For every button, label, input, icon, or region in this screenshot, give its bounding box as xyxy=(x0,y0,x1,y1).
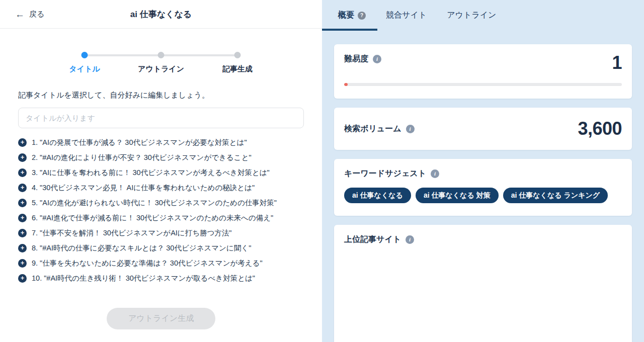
suggestion-text: 10. "#AI時代の生き残り術！ 30代ビジネスマンが取るべき対策とは" xyxy=(32,274,255,283)
title-suggestion-row[interactable]: + 10. "#AI時代の生き残り術！ 30代ビジネスマンが取るべき対策とは" xyxy=(18,271,304,286)
difficulty-bar-fill xyxy=(344,83,348,86)
step-dot-title xyxy=(82,52,88,58)
title-suggestion-row[interactable]: + 7. "仕事不安を解消！ 30代ビジネスマンがAIに打ち勝つ方法" xyxy=(18,225,304,240)
keyword-insight-panel: 概要 ? 競合サイト アウトライン 難易度 i 1 xyxy=(322,0,644,342)
title-suggestion-row[interactable]: + 4. "30代ビジネスマン必見！ AIに仕事を奪われないための秘訣とは" xyxy=(18,180,304,195)
tab-outline[interactable]: アウトライン xyxy=(447,10,496,21)
stepper-track xyxy=(46,52,276,59)
plus-circle-icon[interactable]: + xyxy=(18,153,27,162)
app-window: ← 戻る ai 仕事なくなる タイトル アウトライン 記事生成 記事タイトルを選… xyxy=(0,0,644,342)
keyword-suggest-card: キーワードサジェスト i ai 仕事なくなる ai 仕事なくなる 対策 ai 仕… xyxy=(334,159,632,216)
search-volume-card: 検索ボリューム i 3,600 xyxy=(334,108,632,150)
suggestion-text: 7. "仕事不安を解消！ 30代ビジネスマンがAIに打ち勝つ方法" xyxy=(32,228,232,238)
step-dot-outline xyxy=(158,52,165,58)
step-label-title: タイトル xyxy=(46,64,123,74)
article-editor-panel: ← 戻る ai 仕事なくなる タイトル アウトライン 記事生成 記事タイトルを選… xyxy=(0,0,322,342)
info-circle-icon[interactable]: i xyxy=(431,169,439,178)
suggestion-text: 9. "仕事を失わないために必要な準備は？ 30代ビジネスマンが考える" xyxy=(32,259,263,268)
suggestion-text: 3. "AIに仕事を奪われる前に！ 30代ビジネスマンが考えるべき対策とは" xyxy=(32,168,270,178)
difficulty-value: 1 xyxy=(612,54,622,72)
suggestion-text: 1. "AIの発展で仕事が減る？ 30代ビジネスマンが必要な対策とは" xyxy=(32,138,247,147)
step-dot-article xyxy=(234,52,241,58)
stepper-labels: タイトル アウトライン 記事生成 xyxy=(46,64,276,74)
plus-circle-icon[interactable]: + xyxy=(18,199,27,207)
plus-circle-icon[interactable]: + xyxy=(18,168,27,177)
tab-outline-label: アウトライン xyxy=(447,10,496,21)
difficulty-label: 難易度 xyxy=(344,54,368,64)
keyword-pill-row: ai 仕事なくなる ai 仕事なくなる 対策 ai 仕事なくなる ランキング xyxy=(344,188,622,203)
info-circle-icon[interactable]: i xyxy=(406,235,414,244)
plus-circle-icon[interactable]: + xyxy=(18,244,27,252)
tab-overview[interactable]: 概要 ? xyxy=(338,10,366,21)
plus-circle-icon[interactable]: + xyxy=(18,274,27,283)
left-header: ← 戻る ai 仕事なくなる xyxy=(0,0,322,29)
suggestion-text: 2. "#AIの進化により仕事が不安？ 30代ビジネスマンができること" xyxy=(32,153,252,162)
suggestion-text: 5. "AIの進化が避けられない時代に！ 30代ビジネスマンのための仕事対策" xyxy=(32,198,277,208)
search-volume-label: 検索ボリューム xyxy=(344,124,401,134)
title-input[interactable] xyxy=(18,108,304,128)
arrow-left-icon: ← xyxy=(15,10,25,19)
back-label: 戻る xyxy=(29,10,44,19)
tab-competitor-sites[interactable]: 競合サイト xyxy=(386,10,427,21)
instruction-text: 記事タイトルを選択して、自分好みに編集しましょう。 xyxy=(18,91,304,100)
tab-competitor-label: 競合サイト xyxy=(386,10,427,21)
plus-circle-icon[interactable]: + xyxy=(18,214,27,222)
plus-circle-icon[interactable]: + xyxy=(18,259,27,268)
suggestion-text: 8. "#AI時代の仕事に必要なスキルとは？ 30代ビジネスマンに聞く" xyxy=(32,243,251,253)
top-articles-label: 上位記事サイト xyxy=(344,234,401,245)
back-button[interactable]: ← 戻る xyxy=(15,10,44,19)
insight-tab-bar: 概要 ? 競合サイト アウトライン xyxy=(322,0,644,31)
tab-overview-label: 概要 xyxy=(338,10,354,21)
keyword-pill[interactable]: ai 仕事なくなる xyxy=(344,188,411,203)
title-suggestion-row[interactable]: + 5. "AIの進化が避けられない時代に！ 30代ビジネスマンのための仕事対策… xyxy=(18,195,304,210)
top-articles-card: 上位記事サイト i xyxy=(334,225,632,342)
plus-circle-icon[interactable]: + xyxy=(18,184,27,192)
keyword-title: ai 仕事なくなる xyxy=(0,9,322,20)
suggestion-text: 4. "30代ビジネスマン必見！ AIに仕事を奪われないための秘訣とは" xyxy=(32,183,255,193)
keyword-pill[interactable]: ai 仕事なくなる 対策 xyxy=(416,188,499,203)
generate-outline-button[interactable]: アウトライン生成 xyxy=(107,308,215,329)
active-tab-underline xyxy=(322,29,377,31)
title-suggestion-row[interactable]: + 3. "AIに仕事を奪われる前に！ 30代ビジネスマンが考えるべき対策とは" xyxy=(18,165,304,180)
difficulty-card: 難易度 i 1 xyxy=(334,44,632,99)
keyword-pill[interactable]: ai 仕事なくなる ランキング xyxy=(503,188,608,203)
step-label-outline: アウトライン xyxy=(123,64,199,74)
title-suggestion-row[interactable]: + 9. "仕事を失わないために必要な準備は？ 30代ビジネスマンが考える" xyxy=(18,255,304,271)
plus-circle-icon[interactable]: + xyxy=(18,229,27,237)
title-suggestion-row[interactable]: + 8. "#AI時代の仕事に必要なスキルとは？ 30代ビジネスマンに聞く" xyxy=(18,240,304,255)
question-circle-icon[interactable]: ? xyxy=(358,12,366,20)
title-suggestion-row[interactable]: + 1. "AIの発展で仕事が減る？ 30代ビジネスマンが必要な対策とは" xyxy=(18,135,304,150)
step-label-article: 記事生成 xyxy=(199,64,276,74)
plus-circle-icon[interactable]: + xyxy=(18,138,27,147)
info-circle-icon[interactable]: i xyxy=(373,55,381,63)
progress-stepper: タイトル アウトライン 記事生成 xyxy=(46,52,276,74)
info-circle-icon[interactable]: i xyxy=(406,125,415,133)
search-volume-value: 3,600 xyxy=(578,120,622,138)
title-suggestion-row[interactable]: + 2. "#AIの進化により仕事が不安？ 30代ビジネスマンができること" xyxy=(18,150,304,165)
button-row: アウトライン生成 xyxy=(0,308,322,329)
keyword-suggest-label: キーワードサジェスト xyxy=(344,168,426,179)
title-suggestion-row[interactable]: + 6. "#AI進化で仕事が減る前に！ 30代ビジネスマンのための未来への備え… xyxy=(18,210,304,225)
title-suggestion-list: + 1. "AIの発展で仕事が減る？ 30代ビジネスマンが必要な対策とは" + … xyxy=(18,135,304,286)
difficulty-bar xyxy=(344,83,622,86)
suggestion-text: 6. "#AI進化で仕事が減る前に！ 30代ビジネスマンのための未来への備え" xyxy=(32,213,273,223)
